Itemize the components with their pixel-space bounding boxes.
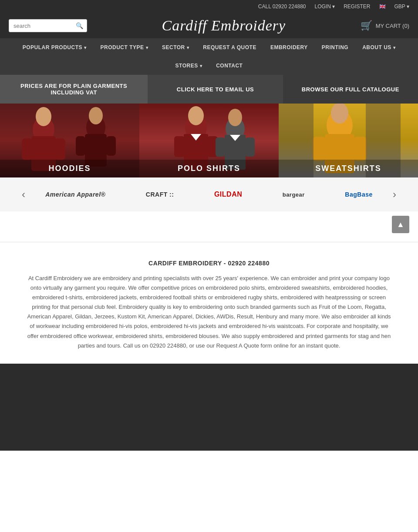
carousel-next-button[interactable]: › <box>388 186 401 203</box>
search-input[interactable] <box>9 20 72 32</box>
nav-request-quote[interactable]: REQUEST A QUOTE <box>196 38 263 57</box>
nav-contact[interactable]: CONTACT <box>209 57 249 75</box>
search-form: 🔍 <box>9 19 87 32</box>
scroll-to-top-button[interactable]: ▲ <box>392 216 409 233</box>
sweatshirts-tile[interactable]: SWEATSHIRTS <box>279 104 418 177</box>
footer-title: CARDIFF EMBROIDERY - 02920 224880 <box>26 260 392 267</box>
svg-rect-8 <box>76 136 85 156</box>
site-header: 🔍 Cardiff Embroidery 🛒 MY CART (0) <box>0 13 418 38</box>
search-button[interactable]: 🔍 <box>72 20 87 32</box>
banner-buttons: PRICES ARE FOR PLAIN GARMENTS INCLUDING … <box>0 75 418 104</box>
prices-banner: PRICES ARE FOR PLAIN GARMENTS INCLUDING … <box>0 75 148 104</box>
svg-rect-9 <box>106 136 116 156</box>
svg-point-1 <box>36 107 51 126</box>
register-link[interactable]: REGISTER <box>344 3 370 10</box>
cart-button[interactable]: 🛒 MY CART (0) <box>361 20 409 31</box>
nav-about-us[interactable]: ABOUT US ▾ <box>355 38 402 57</box>
login-link[interactable]: LOGIN ▾ <box>315 3 335 10</box>
nav-printing[interactable]: PRINTING <box>315 38 355 57</box>
svg-rect-20 <box>216 137 225 157</box>
polo-shirts-tile[interactable]: POLO SHIRTS <box>139 104 279 177</box>
hoodies-tile[interactable]: HOODIES <box>0 104 139 177</box>
top-bar: CALL 02920 224880 LOGIN ▾ REGISTER 🇬🇧 GB… <box>0 0 418 13</box>
product-grid: HOODIES <box>0 104 418 177</box>
main-nav: POPULAR PRODUCTS ▾ PRODUCT TYPE ▾ SECTOR… <box>0 38 418 75</box>
brand-gildan: GILDAN <box>214 191 242 198</box>
nav-sector[interactable]: SECTOR ▾ <box>155 38 196 57</box>
site-logo[interactable]: Cardiff Embroidery <box>87 17 361 34</box>
footer-description: At Cardiff Embroidery we are embroidery … <box>26 274 392 351</box>
chevron-down-icon: ▾ <box>200 64 202 68</box>
chevron-down-icon: ▾ <box>393 45 396 50</box>
brands-list: American Apparel® CRAFT :: GILDAN bargea… <box>30 191 388 198</box>
brand-bargear: bargear <box>283 191 305 198</box>
chevron-down-icon: ▾ <box>187 45 189 50</box>
svg-rect-21 <box>245 137 255 157</box>
svg-rect-25 <box>313 137 326 161</box>
carousel-prev-button[interactable]: ‹ <box>17 186 30 203</box>
cart-icon: 🛒 <box>361 20 372 31</box>
svg-rect-4 <box>54 138 65 160</box>
svg-point-23 <box>331 104 348 124</box>
email-banner[interactable]: CLICK HERE TO EMAIL US <box>148 75 283 104</box>
nav-stores[interactable]: STORES ▾ <box>169 57 209 75</box>
phone-number: CALL 02920 224880 <box>258 3 306 10</box>
brand-american-apparel: American Apparel® <box>45 191 105 198</box>
svg-point-17 <box>228 109 242 126</box>
brands-carousel: ‹ American Apparel® CRAFT :: GILDAN barg… <box>0 177 418 211</box>
svg-point-6 <box>89 107 103 124</box>
catalogue-banner[interactable]: BROWSE OUR FULL CATALOGUE <box>283 75 418 104</box>
svg-rect-14 <box>174 136 185 157</box>
svg-rect-26 <box>354 137 367 161</box>
cart-label: MY CART (0) <box>376 23 409 29</box>
chevron-down-icon: ▾ <box>84 45 87 50</box>
footer-content: CARDIFF EMBROIDERY - 02920 224880 At Car… <box>0 242 418 364</box>
brand-craft: CRAFT :: <box>146 191 174 198</box>
scroll-top-container: ▲ <box>0 211 418 233</box>
chevron-down-icon: ▾ <box>146 45 148 50</box>
bottom-footer <box>0 364 418 451</box>
currency-selector[interactable]: GBP ▾ <box>394 3 409 10</box>
flag-icon: 🇬🇧 <box>379 3 386 10</box>
nav-embroidery[interactable]: EMBROIDERY <box>263 38 315 57</box>
svg-point-11 <box>188 106 204 125</box>
svg-rect-3 <box>22 138 33 160</box>
brand-bagbase: BagBase <box>345 191 372 198</box>
nav-popular-products[interactable]: POPULAR PRODUCTS ▾ <box>16 38 94 57</box>
nav-product-type[interactable]: PRODUCT TYPE ▾ <box>93 38 155 57</box>
